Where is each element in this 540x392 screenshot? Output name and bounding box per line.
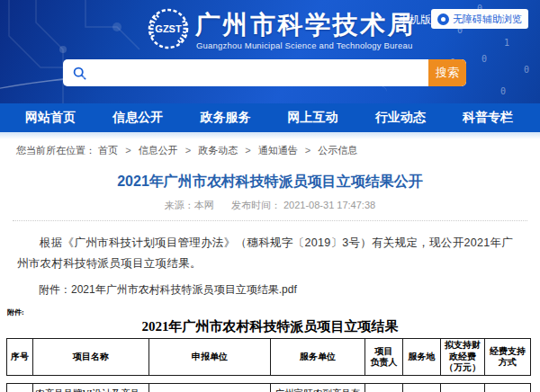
result-table-body: 49 农产品品牌VI设计及产品包装设计 广东白云学院 广州宝旺农副产品有限公司 … <box>6 383 531 392</box>
col-applicant-unit: 申报单位 <box>149 339 271 376</box>
col-project-leader: 项目 负责人 <box>365 339 403 376</box>
breadcrumb: 您当前所在位置： 首页 > 信息公开 > 政务动态 > 通知通告 > 公示信息 <box>0 139 540 159</box>
col-funding-method: 经费支持 方式 <box>485 339 531 376</box>
nav-item-home[interactable]: 网站首页 <box>25 110 76 126</box>
article-source: 来源：本网 <box>165 200 214 210</box>
breadcrumb-item-gov-news[interactable]: 政务动态 <box>198 145 238 156</box>
dotted-divider <box>13 220 527 221</box>
pdf-preview: 附件: 2021年广州市农村科技特派员项目立项结果 序号 项目名称 申报单位 服… <box>0 307 540 392</box>
search-input[interactable] <box>86 59 428 86</box>
breadcrumb-separator: > <box>185 145 191 156</box>
site-header: 01 01 00 10 10 GZST 广州市科学技术局 Guangzhou M… <box>0 0 540 103</box>
cell-service-unit: 广州宝旺农副产品有限公司 <box>271 383 365 392</box>
article-meta: 来源：本网 发布时间： 2021-08-31 17:47:38 <box>0 199 540 212</box>
mobile-version-link[interactable]: 手机版 <box>399 13 431 28</box>
col-service-unit: 服务单位 <box>271 339 365 376</box>
circuit-pattern-decoration <box>0 0 153 103</box>
page-break-gap <box>0 376 540 383</box>
gzst-logo: GZST <box>146 6 191 51</box>
nav-item-info-disclosure[interactable]: 信息公开 <box>112 110 163 126</box>
breadcrumb-label: 您当前所在位置： <box>16 145 95 156</box>
col-funding-amount: 拟支持财 政经费 （万元） <box>441 339 485 376</box>
col-service-location: 服务地 <box>403 339 441 376</box>
breadcrumb-separator: > <box>125 145 130 156</box>
main-nav: 网站首页 信息公开 政务服务 网上互动 行业动态 科普专栏 <box>0 103 540 132</box>
preview-table-title: 2021年广州市农村科技特派员项目立项结果 <box>0 318 540 335</box>
breadcrumb-item-home[interactable]: 首页 <box>98 145 118 156</box>
nav-item-online-interaction[interactable]: 网上互动 <box>288 110 338 126</box>
nav-item-industry-news[interactable]: 行业动态 <box>375 110 426 126</box>
article-publish-time: 发布时间： 2021-08-31 17:47:38 <box>231 200 375 210</box>
cell-serial-number: 49 <box>7 383 33 392</box>
col-project-name: 项目名称 <box>33 339 149 376</box>
article-title: 2021年广州市农村科技特派员项目立项结果公开 <box>0 173 540 192</box>
table-header-row: 序号 项目名称 申报单位 服务单位 项目 负责人 服务地 拟支持财 政经费 （万… <box>7 339 531 376</box>
breadcrumb-item-info-disclosure[interactable]: 信息公开 <box>139 145 178 156</box>
site-title: 广州市科学技术局 <box>195 8 415 42</box>
nav-item-science-column[interactable]: 科普专栏 <box>463 110 513 126</box>
result-table-header: 序号 项目名称 申报单位 服务单位 项目 负责人 服务地 拟支持财 政经费 （万… <box>6 338 531 376</box>
accessibility-button[interactable]: 无障碍辅助浏览 <box>431 9 528 29</box>
accessibility-button-label: 无障碍辅助浏览 <box>453 13 522 26</box>
col-serial-number: 序号 <box>7 339 33 376</box>
attachment-pdf-link[interactable]: 附件：2021年广州市农村科技特派员项目立项结果.pdf <box>39 283 297 296</box>
site-subtitle: Guangzhou Municipal Science and Technolo… <box>196 40 412 50</box>
search-button[interactable]: 搜索 <box>428 59 466 86</box>
article-body: 根据《广州市科技计划项目管理办法》（穗科规字〔2019〕3号）有关规定，现公开2… <box>17 233 523 274</box>
breadcrumb-item-public-info[interactable]: 公示信息 <box>318 145 357 156</box>
cell-funding-amount: 10 <box>441 383 485 392</box>
table-row: 49 农产品品牌VI设计及产品包装设计 广东白云学院 广州宝旺农副产品有限公司 … <box>7 383 531 392</box>
article-attachment-row: 附件：2021年广州市农村科技特派员项目立项结果.pdf <box>17 282 523 298</box>
breadcrumb-separator: > <box>305 145 310 156</box>
accessibility-eye-icon <box>437 13 449 25</box>
search-bar: 搜索 <box>63 59 466 86</box>
breadcrumb-separator: > <box>245 145 250 156</box>
preview-attachment-label: 附件: <box>7 307 540 317</box>
cell-applicant-unit: 广东白云学院 <box>149 383 271 392</box>
nav-item-gov-services[interactable]: 政务服务 <box>200 110 250 126</box>
cell-funding-method: 事前资助 <box>485 383 531 392</box>
cell-project-name: 农产品品牌VI设计及产品包装设计 <box>33 383 149 392</box>
logo-text: GZST <box>155 23 182 34</box>
nav-gradient-strip <box>0 132 540 139</box>
cell-service-location: 花都区 <box>403 383 441 392</box>
breadcrumb-item-notices[interactable]: 通知通告 <box>258 145 298 156</box>
cell-project-leader: 方建松 <box>365 383 403 392</box>
search-icon <box>73 67 86 80</box>
